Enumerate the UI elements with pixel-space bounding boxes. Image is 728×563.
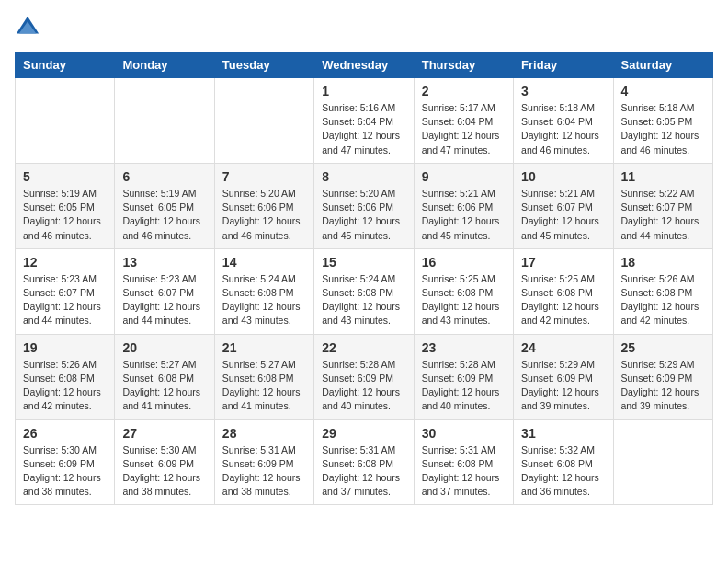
day-info: Sunrise: 5:32 AM Sunset: 6:08 PM Dayligh… — [521, 443, 605, 500]
day-info: Sunrise: 5:22 AM Sunset: 6:07 PM Dayligh… — [621, 187, 705, 243]
calendar-cell-w5-d6: 31Sunrise: 5:32 AM Sunset: 6:08 PM Dayli… — [514, 419, 613, 505]
week-row-5: 26Sunrise: 5:30 AM Sunset: 6:09 PM Dayli… — [16, 419, 713, 505]
calendar-cell-w4-d2: 20Sunrise: 5:27 AM Sunset: 6:08 PM Dayli… — [115, 334, 214, 419]
day-info: Sunrise: 5:28 AM Sunset: 6:09 PM Dayligh… — [422, 358, 506, 414]
calendar-cell-w3-d3: 14Sunrise: 5:24 AM Sunset: 6:08 PM Dayli… — [214, 248, 313, 334]
day-info: Sunrise: 5:18 AM Sunset: 6:04 PM Dayligh… — [521, 101, 605, 157]
day-number: 24 — [521, 340, 605, 355]
day-info: Sunrise: 5:20 AM Sunset: 6:06 PM Dayligh… — [322, 187, 405, 243]
day-number: 1 — [322, 84, 405, 98]
calendar-cell-w5-d2: 27Sunrise: 5:30 AM Sunset: 6:09 PM Dayli… — [115, 419, 214, 505]
day-info: Sunrise: 5:21 AM Sunset: 6:07 PM Dayligh… — [521, 187, 605, 243]
calendar-cell-w4-d1: 19Sunrise: 5:26 AM Sunset: 6:08 PM Dayli… — [16, 334, 115, 419]
calendar-cell-w1-d2 — [115, 78, 214, 164]
calendar-cell-w3-d6: 17Sunrise: 5:25 AM Sunset: 6:08 PM Dayli… — [514, 248, 613, 334]
day-info: Sunrise: 5:17 AM Sunset: 6:04 PM Dayligh… — [422, 101, 506, 157]
day-info: Sunrise: 5:23 AM Sunset: 6:07 PM Dayligh… — [122, 272, 206, 328]
calendar-cell-w4-d5: 23Sunrise: 5:28 AM Sunset: 6:09 PM Dayli… — [414, 334, 513, 419]
day-number: 15 — [322, 255, 405, 270]
weekday-header-thursday: Thursday — [414, 52, 513, 78]
day-number: 31 — [521, 426, 605, 441]
day-info: Sunrise: 5:29 AM Sunset: 6:09 PM Dayligh… — [621, 358, 705, 414]
calendar-cell-w1-d4: 1Sunrise: 5:16 AM Sunset: 6:04 PM Daylig… — [314, 78, 414, 164]
calendar-cell-w4-d3: 21Sunrise: 5:27 AM Sunset: 6:08 PM Dayli… — [214, 334, 313, 419]
day-info: Sunrise: 5:31 AM Sunset: 6:08 PM Dayligh… — [322, 443, 405, 500]
day-number: 9 — [422, 169, 506, 184]
calendar-cell-w3-d4: 15Sunrise: 5:24 AM Sunset: 6:08 PM Dayli… — [314, 248, 414, 334]
day-number: 21 — [222, 340, 306, 355]
weekday-header-row: SundayMondayTuesdayWednesdayThursdayFrid… — [16, 52, 713, 78]
calendar-cell-w2-d2: 6Sunrise: 5:19 AM Sunset: 6:05 PM Daylig… — [115, 163, 214, 248]
day-number: 11 — [621, 169, 705, 184]
calendar-cell-w3-d7: 18Sunrise: 5:26 AM Sunset: 6:08 PM Dayli… — [613, 248, 712, 334]
day-info: Sunrise: 5:23 AM Sunset: 6:07 PM Dayligh… — [23, 272, 107, 328]
week-row-4: 19Sunrise: 5:26 AM Sunset: 6:08 PM Dayli… — [16, 334, 713, 419]
day-info: Sunrise: 5:24 AM Sunset: 6:08 PM Dayligh… — [222, 272, 306, 328]
day-info: Sunrise: 5:26 AM Sunset: 6:08 PM Dayligh… — [23, 358, 107, 414]
weekday-header-sunday: Sunday — [16, 52, 115, 78]
day-info: Sunrise: 5:31 AM Sunset: 6:09 PM Dayligh… — [222, 443, 306, 500]
calendar-cell-w3-d1: 12Sunrise: 5:23 AM Sunset: 6:07 PM Dayli… — [16, 248, 115, 334]
calendar-cell-w4-d6: 24Sunrise: 5:29 AM Sunset: 6:09 PM Dayli… — [514, 334, 613, 419]
logo-icon — [15, 15, 40, 40]
calendar-cell-w2-d6: 10Sunrise: 5:21 AM Sunset: 6:07 PM Dayli… — [514, 163, 613, 248]
week-row-1: 1Sunrise: 5:16 AM Sunset: 6:04 PM Daylig… — [16, 78, 713, 164]
weekday-header-monday: Monday — [115, 52, 214, 78]
weekday-header-wednesday: Wednesday — [314, 52, 414, 78]
day-info: Sunrise: 5:21 AM Sunset: 6:06 PM Dayligh… — [422, 187, 506, 243]
calendar-cell-w2-d5: 9Sunrise: 5:21 AM Sunset: 6:06 PM Daylig… — [414, 163, 513, 248]
day-info: Sunrise: 5:26 AM Sunset: 6:08 PM Dayligh… — [621, 272, 705, 328]
calendar-cell-w1-d5: 2Sunrise: 5:17 AM Sunset: 6:04 PM Daylig… — [414, 78, 513, 164]
day-number: 27 — [122, 426, 206, 441]
calendar-cell-w1-d3 — [214, 78, 313, 164]
day-number: 22 — [322, 340, 405, 355]
day-info: Sunrise: 5:30 AM Sunset: 6:09 PM Dayligh… — [23, 443, 107, 500]
day-number: 16 — [422, 255, 506, 270]
day-info: Sunrise: 5:27 AM Sunset: 6:08 PM Dayligh… — [122, 358, 206, 414]
day-number: 2 — [422, 84, 506, 98]
calendar-cell-w2-d3: 7Sunrise: 5:20 AM Sunset: 6:06 PM Daylig… — [214, 163, 313, 248]
day-number: 30 — [422, 426, 506, 441]
day-info: Sunrise: 5:28 AM Sunset: 6:09 PM Dayligh… — [322, 358, 405, 414]
week-row-3: 12Sunrise: 5:23 AM Sunset: 6:07 PM Dayli… — [16, 248, 713, 334]
calendar-cell-w1-d6: 3Sunrise: 5:18 AM Sunset: 6:04 PM Daylig… — [514, 78, 613, 164]
day-number: 14 — [222, 255, 306, 270]
day-number: 8 — [322, 169, 405, 184]
week-row-2: 5Sunrise: 5:19 AM Sunset: 6:05 PM Daylig… — [16, 163, 713, 248]
weekday-header-friday: Friday — [514, 52, 613, 78]
day-number: 19 — [23, 340, 107, 355]
calendar-cell-w5-d3: 28Sunrise: 5:31 AM Sunset: 6:09 PM Dayli… — [214, 419, 313, 505]
weekday-header-tuesday: Tuesday — [214, 52, 313, 78]
calendar-cell-w3-d5: 16Sunrise: 5:25 AM Sunset: 6:08 PM Dayli… — [414, 248, 513, 334]
day-number: 4 — [621, 84, 705, 98]
day-info: Sunrise: 5:29 AM Sunset: 6:09 PM Dayligh… — [521, 358, 605, 414]
calendar-cell-w5-d4: 29Sunrise: 5:31 AM Sunset: 6:08 PM Dayli… — [314, 419, 414, 505]
day-number: 23 — [422, 340, 506, 355]
calendar-cell-w2-d4: 8Sunrise: 5:20 AM Sunset: 6:06 PM Daylig… — [314, 163, 414, 248]
day-number: 17 — [521, 255, 605, 270]
day-info: Sunrise: 5:25 AM Sunset: 6:08 PM Dayligh… — [422, 272, 506, 328]
day-number: 6 — [122, 169, 206, 184]
day-number: 3 — [521, 84, 605, 98]
calendar-table: SundayMondayTuesdayWednesdayThursdayFrid… — [15, 52, 713, 505]
day-info: Sunrise: 5:30 AM Sunset: 6:09 PM Dayligh… — [122, 443, 206, 500]
weekday-header-saturday: Saturday — [613, 52, 712, 78]
day-number: 10 — [521, 169, 605, 184]
day-number: 5 — [23, 169, 107, 184]
logo — [15, 15, 44, 40]
day-info: Sunrise: 5:18 AM Sunset: 6:05 PM Dayligh… — [621, 101, 705, 157]
calendar-cell-w3-d2: 13Sunrise: 5:23 AM Sunset: 6:07 PM Dayli… — [115, 248, 214, 334]
day-info: Sunrise: 5:19 AM Sunset: 6:05 PM Dayligh… — [23, 187, 107, 243]
day-info: Sunrise: 5:25 AM Sunset: 6:08 PM Dayligh… — [521, 272, 605, 328]
calendar-cell-w2-d1: 5Sunrise: 5:19 AM Sunset: 6:05 PM Daylig… — [16, 163, 115, 248]
day-number: 12 — [23, 255, 107, 270]
day-info: Sunrise: 5:19 AM Sunset: 6:05 PM Dayligh… — [122, 187, 206, 243]
day-number: 25 — [621, 340, 705, 355]
day-number: 20 — [122, 340, 206, 355]
day-number: 18 — [621, 255, 705, 270]
calendar-cell-w5-d7 — [613, 419, 712, 505]
calendar-cell-w1-d7: 4Sunrise: 5:18 AM Sunset: 6:05 PM Daylig… — [613, 78, 712, 164]
calendar-cell-w5-d1: 26Sunrise: 5:30 AM Sunset: 6:09 PM Dayli… — [16, 419, 115, 505]
header — [15, 15, 713, 40]
day-info: Sunrise: 5:20 AM Sunset: 6:06 PM Dayligh… — [222, 187, 306, 243]
